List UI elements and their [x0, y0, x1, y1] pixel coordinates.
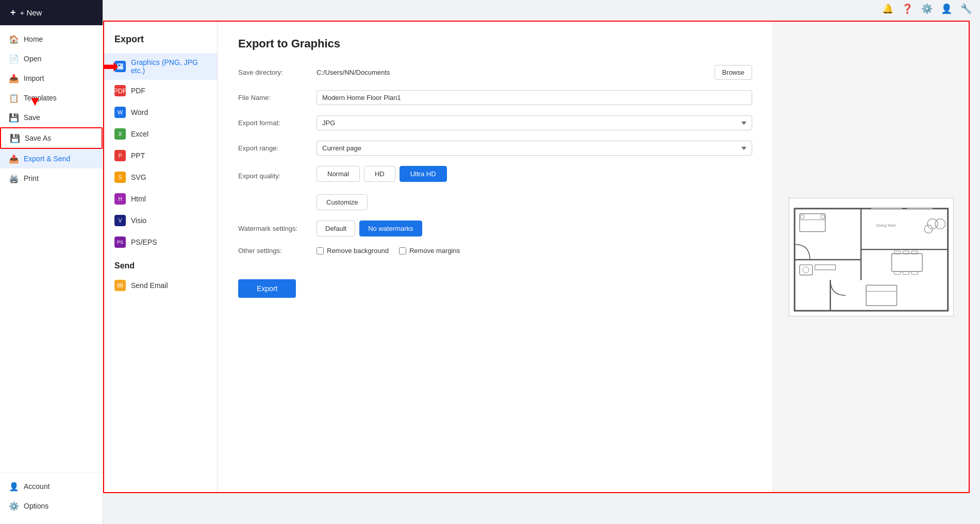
right-arrow-annotation: ➡	[103, 56, 119, 77]
excel-nav-label: Excel	[131, 130, 148, 138]
sidebar-item-export-send[interactable]: 📤 Export & Send	[0, 149, 103, 168]
sidebar-item-account[interactable]: 👤 Account	[0, 477, 103, 496]
pseps-nav-icon: PS	[114, 236, 126, 248]
export-nav-graphics[interactable]: Graphics (PNG, JPG etc.)	[104, 53, 217, 80]
word-nav-label: Word	[131, 108, 148, 116]
print-icon: 🖨️	[9, 174, 19, 183]
sidebar-item-home[interactable]: 🏠 Home	[0, 29, 103, 49]
file-name-label: File Name:	[238, 94, 310, 102]
import-icon: 📥	[9, 74, 19, 83]
new-button[interactable]: + + New	[0, 0, 103, 25]
sidebar-item-import-label: Import	[24, 74, 44, 82]
file-name-input[interactable]	[317, 90, 752, 105]
quality-ultra-hd-button[interactable]: Ultra HD	[400, 166, 447, 182]
quality-hd-button[interactable]: HD	[364, 166, 395, 182]
export-format-label: Export format:	[238, 119, 310, 127]
templates-icon: 📋	[9, 93, 19, 103]
sidebar-item-print[interactable]: 🖨️ Print	[0, 168, 103, 188]
apps-icon[interactable]: ⚙️	[921, 3, 933, 14]
export-content: Export to Graphics Save directory: C:/Us…	[218, 22, 773, 492]
send-email-nav-label: Send Email	[131, 281, 168, 290]
export-format-select[interactable]: JPG PNG BMP TIFF SVG	[317, 115, 752, 130]
plus-icon: +	[10, 7, 16, 18]
ppt-nav-icon: P	[114, 150, 126, 161]
remove-background-item[interactable]: Remove background	[317, 247, 389, 255]
export-range-label: Export range:	[238, 144, 310, 152]
export-button[interactable]: Export	[238, 279, 296, 298]
user-icon[interactable]: 👤	[941, 3, 952, 14]
watermark-buttons: Default No watermarks	[317, 221, 422, 236]
send-section-title: Send	[104, 253, 217, 275]
quality-buttons: Normal HD Ultra HD	[317, 166, 447, 182]
export-nav-excel[interactable]: X Excel	[104, 123, 217, 145]
other-settings-checkboxes: Remove background Remove margins	[317, 247, 460, 255]
export-nav-html[interactable]: H Html	[104, 188, 217, 210]
export-range-row: Export range: Current page All pages Sel…	[238, 141, 752, 156]
save-as-icon: 💾	[10, 133, 20, 143]
export-nav-word[interactable]: W Word	[104, 102, 217, 123]
pdf-nav-icon: PDF	[114, 85, 126, 96]
sidebar-item-save-label: Save	[24, 113, 40, 122]
graphics-nav-label: Graphics (PNG, JPG etc.)	[131, 58, 207, 75]
html-nav-label: Html	[131, 195, 146, 203]
export-nav-visio[interactable]: V Visio	[104, 210, 217, 231]
svg-rect-8	[907, 207, 933, 209]
export-range-select[interactable]: Current page All pages Selected objects	[317, 141, 752, 156]
export-section-title: Export	[104, 34, 217, 53]
remove-background-label: Remove background	[327, 247, 389, 255]
watermark-label: Watermark settings:	[238, 225, 310, 232]
new-button-label: + New	[20, 8, 42, 17]
main-area: 🔔 ❓ ⚙️ 👤 🔧 ➡ Export Graphics (PNG, JPG e…	[103, 0, 980, 524]
sidebar-item-options[interactable]: ⚙️ Options	[0, 496, 103, 516]
export-quality-row: Export quality: Normal HD Ultra HD Custo…	[238, 166, 752, 210]
sidebar-item-account-label: Account	[24, 482, 50, 491]
sidebar-item-templates[interactable]: 📋 Templates	[0, 88, 103, 108]
html-nav-icon: H	[114, 193, 126, 205]
quality-normal-button[interactable]: Normal	[317, 166, 360, 182]
browse-button[interactable]: Browse	[715, 65, 752, 80]
watermark-none-button[interactable]: No watermarks	[359, 221, 422, 236]
export-nav-ppt[interactable]: P PPT	[104, 145, 217, 166]
options-icon: ⚙️	[9, 501, 19, 511]
topbar: 🔔 ❓ ⚙️ 👤 🔧	[874, 0, 980, 18]
customize-button[interactable]: Customize	[317, 194, 368, 210]
export-quality-label: Export quality:	[238, 172, 310, 180]
other-settings-label: Other settings:	[238, 247, 310, 255]
question-icon[interactable]: ❓	[902, 3, 913, 14]
word-nav-icon: W	[114, 107, 126, 118]
floor-plan-svg: Dining Table	[789, 198, 953, 316]
down-arrow-annotation: ▼	[28, 93, 42, 109]
remove-background-checkbox[interactable]	[317, 247, 324, 255]
settings-icon[interactable]: 🔧	[960, 3, 972, 14]
sidebar-item-save-as[interactable]: 💾 Save As	[0, 127, 103, 149]
save-directory-value: C:/Users/NN/Documents	[317, 69, 708, 76]
export-nav-pseps[interactable]: PS PS/EPS	[104, 231, 217, 253]
sidebar-item-export-send-label: Export & Send	[24, 155, 70, 163]
ppt-nav-label: PPT	[131, 151, 145, 160]
export-button-container: Export	[238, 265, 752, 298]
visio-nav-label: Visio	[131, 216, 146, 225]
sidebar: + + New 🏠 Home 📄 Open 📥 Import 📋 Templat…	[0, 0, 103, 524]
save-icon: 💾	[9, 113, 19, 122]
watermark-row: Watermark settings: Default No watermark…	[238, 221, 752, 236]
export-nav-pdf[interactable]: PDF PDF	[104, 80, 217, 102]
svg-nav-label: SVG	[131, 173, 146, 181]
other-settings-row: Other settings: Remove background Remove…	[238, 247, 752, 255]
pdf-nav-label: PDF	[131, 87, 145, 95]
sidebar-bottom: 👤 Account ⚙️ Options	[0, 472, 103, 520]
export-nav-send-email[interactable]: ✉ Send Email	[104, 275, 217, 296]
account-icon: 👤	[9, 482, 19, 491]
remove-margins-item[interactable]: Remove margins	[399, 247, 460, 255]
sidebar-item-open[interactable]: 📄 Open	[0, 49, 103, 69]
sidebar-item-import[interactable]: 📥 Import	[0, 69, 103, 88]
home-icon: 🏠	[9, 35, 19, 44]
floor-plan-preview: Dining Table	[789, 198, 954, 316]
visio-nav-icon: V	[114, 215, 126, 226]
watermark-default-button[interactable]: Default	[317, 221, 355, 236]
sidebar-navigation: 🏠 Home 📄 Open 📥 Import 📋 Templates 💾 Sav…	[0, 25, 103, 524]
sidebar-item-save[interactable]: 💾 Save ▼	[0, 108, 103, 127]
svg-nav-icon: S	[114, 172, 126, 183]
remove-margins-checkbox[interactable]	[399, 247, 406, 255]
export-nav-svg[interactable]: S SVG	[104, 166, 217, 188]
bell-icon[interactable]: 🔔	[882, 3, 893, 14]
